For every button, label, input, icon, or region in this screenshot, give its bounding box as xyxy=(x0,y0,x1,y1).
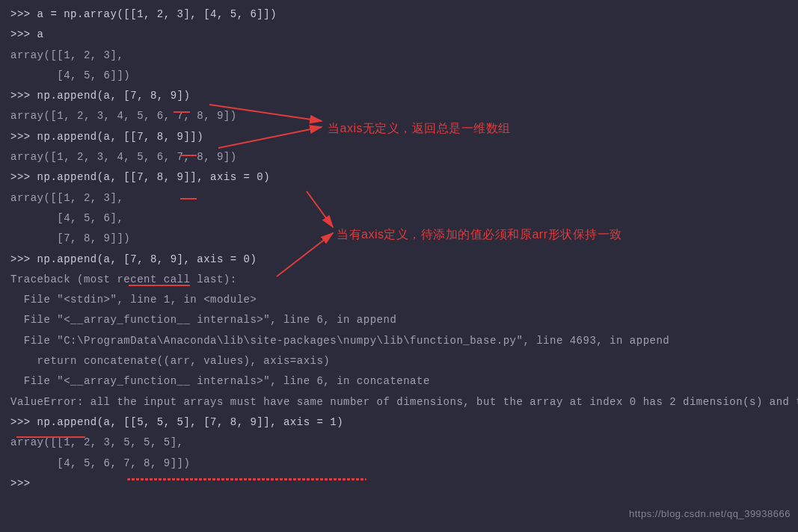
output-text: [4, 5, 6]]) xyxy=(10,69,130,81)
prompt: >>> xyxy=(10,477,37,489)
underline-4 xyxy=(129,285,190,286)
output-line: Traceback (most recent call last): xyxy=(10,270,788,290)
output-text: array([1, 2, 3, 4, 5, 6, 7, 8, 9]) xyxy=(10,151,237,163)
output-text: ValueError: all the input arrays must ha… xyxy=(10,396,798,408)
prompt: >>> xyxy=(10,171,37,183)
code-text: np.append(a, [[7, 8, 9]]) xyxy=(37,131,204,143)
output-text: array([[1, 2, 3], xyxy=(10,192,123,204)
output-text: array([[1, 2, 3, 5, 5, 5], xyxy=(10,436,183,448)
output-text: [4, 5, 6, 7, 8, 9]]) xyxy=(10,457,190,469)
input-line: >>> a = np.array([[1, 2, 3], [4, 5, 6]]) xyxy=(10,4,788,25)
output-line: File "<__array_function__ internals>", l… xyxy=(10,310,788,330)
annotation-1: 当axis无定义，返回总是一维数组 xyxy=(328,117,511,140)
output-line: File "C:\ProgramData\Anaconda\lib\site-p… xyxy=(10,331,788,351)
output-text: File "<__array_function__ internals>", l… xyxy=(10,314,396,326)
output-line: [4, 5, 6]]) xyxy=(10,66,788,86)
output-text: array([[1, 2, 3], xyxy=(10,49,123,61)
output-text: [4, 5, 6], xyxy=(10,212,123,224)
prompt: >>> xyxy=(10,8,37,20)
underline-1 xyxy=(174,111,190,113)
output-text: File "<__array_function__ internals>", l… xyxy=(10,375,430,387)
output-line: array([[1, 2, 3], xyxy=(10,46,788,66)
prompt: >>> xyxy=(10,28,37,40)
output-text: array([1, 2, 3, 4, 5, 6, 7, 8, 9]) xyxy=(10,110,237,122)
input-line: >>> a xyxy=(10,25,788,45)
output-text: Traceback (most recent call last): xyxy=(10,273,237,285)
output-line: [4, 5, 6, 7, 8, 9]]) xyxy=(10,454,788,474)
output-text: return concatenate((arr, values), axis=a… xyxy=(10,355,330,367)
code-text: a = np.array([[1, 2, 3], [4, 5, 6]]) xyxy=(37,8,277,20)
output-line: File "<stdin>", line 1, in <module> xyxy=(10,290,788,310)
input-line: >>> np.append(a, [7, 8, 9]) xyxy=(10,86,788,106)
terminal-output[interactable]: >>> a = np.array([[1, 2, 3], [4, 5, 6]])… xyxy=(10,4,788,494)
output-line: array([[1, 2, 3], xyxy=(10,188,788,208)
prompt: >>> xyxy=(10,253,37,265)
output-text: File "C:\ProgramData\Anaconda\lib\site-p… xyxy=(10,335,669,347)
watermark: https://blog.csdn.net/qq_39938666 xyxy=(629,504,791,523)
output-line: array([1, 2, 3, 4, 5, 6, 7, 8, 9]) xyxy=(10,147,788,167)
input-line: >>> xyxy=(10,474,788,494)
prompt: >>> xyxy=(10,90,37,102)
code-text: np.append(a, [[5, 5, 5], [7, 8, 9]], axi… xyxy=(37,416,343,428)
input-line: >>> np.append(a, [[7, 8, 9]], axis = 0) xyxy=(10,167,788,188)
input-line: >>> np.append(a, [[5, 5, 5], [7, 8, 9]],… xyxy=(10,412,788,433)
underline-5 xyxy=(16,436,85,438)
annotation-2: 当有axis定义，待添加的值必须和原arr形状保持一致 xyxy=(337,223,622,246)
output-line: return concatenate((arr, values), axis=a… xyxy=(10,351,788,371)
input-line: >>> np.append(a, [7, 8, 9], axis = 0) xyxy=(10,250,788,270)
underline-3 xyxy=(180,198,197,200)
prompt: >>> xyxy=(10,131,37,143)
prompt: >>> xyxy=(10,416,37,428)
output-line: array([[1, 2, 3, 5, 5, 5], xyxy=(10,433,788,453)
output-text: File "<stdin>", line 1, in <module> xyxy=(10,294,257,306)
code-text: a xyxy=(37,28,44,40)
output-text: [7, 8, 9]]) xyxy=(10,232,130,244)
underline-6 xyxy=(127,478,366,480)
output-line: File "<__array_function__ internals>", l… xyxy=(10,371,788,392)
code-text: np.append(a, [7, 8, 9], axis = 0) xyxy=(37,253,257,265)
code-text: np.append(a, [7, 8, 9]) xyxy=(37,90,191,102)
underline-2 xyxy=(180,155,197,156)
code-text: np.append(a, [[7, 8, 9]], axis = 0) xyxy=(37,171,271,183)
output-line: ValueError: all the input arrays must ha… xyxy=(10,392,788,412)
